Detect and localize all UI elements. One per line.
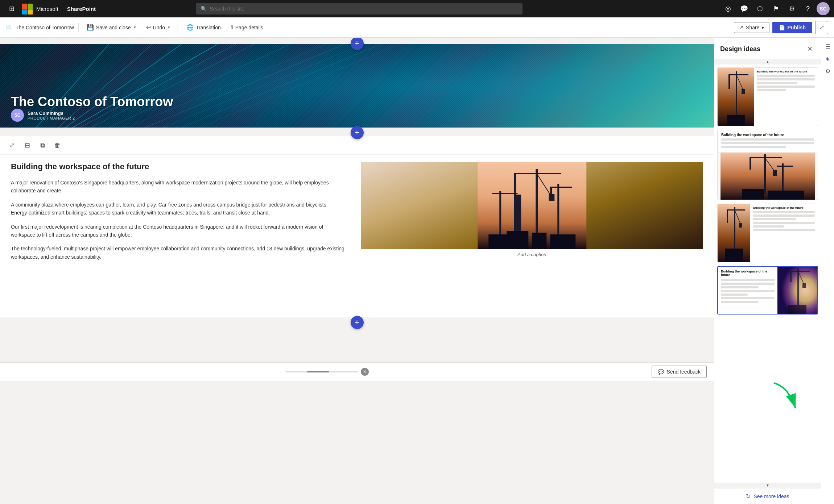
scroll-bar <box>285 371 358 372</box>
scroll-indicator: ✕ <box>285 368 369 376</box>
close-icon: ✕ <box>807 45 813 53</box>
panel-footer: ↻ See more ideas <box>714 488 821 504</box>
feedback-button-icon: 💬 <box>658 369 664 375</box>
idea-1-image: Building the workspace of the future <box>718 68 818 126</box>
idea-1-line2 <box>757 78 815 80</box>
idea-3-line3 <box>753 218 796 220</box>
svg-rect-54 <box>790 271 810 272</box>
scroll-close-button[interactable]: ✕ <box>361 368 369 376</box>
idea-3-line2 <box>753 214 815 217</box>
svg-rect-34 <box>727 115 745 126</box>
share-icon: ↗ <box>739 25 744 30</box>
panel-scroll-up[interactable]: ▲ <box>714 59 821 64</box>
collapse-button[interactable]: ⤢ <box>815 21 828 34</box>
design-idea-2[interactable]: Building the workspace of the future <box>717 130 818 200</box>
flag-button[interactable]: ⚑ <box>769 1 783 16</box>
share-label: Share <box>746 25 759 30</box>
svg-rect-29 <box>736 71 737 115</box>
panel-title: Design ideas <box>720 45 760 53</box>
add-section-middle-button[interactable]: + <box>351 126 364 139</box>
collapse-icon: ⤢ <box>819 24 824 31</box>
undo-button[interactable]: ↩ Undo ▾ <box>143 22 174 33</box>
svg-rect-42 <box>777 166 793 167</box>
section-duplicate-button[interactable]: ⧉ <box>36 139 49 151</box>
send-feedback-label: Send feedback <box>667 369 701 375</box>
publish-button[interactable]: 📄 Publish <box>772 22 812 33</box>
content-section: ⤢ ⊟ ⧉ 🗑 Building the workspace of the fu… <box>0 136 714 317</box>
svg-rect-20 <box>550 187 572 188</box>
svg-rect-44 <box>768 191 804 200</box>
idea-2-heading: Building the workspace of the future <box>721 133 814 137</box>
design-idea-3[interactable]: Building the workspace of the future <box>717 204 818 262</box>
help-community-button[interactable]: ◎ <box>721 1 735 16</box>
panel-close-button[interactable]: ✕ <box>804 43 815 54</box>
share-button[interactable]: ↗ Share ▾ <box>734 22 769 33</box>
idea-1-line1 <box>757 75 815 77</box>
design-idea-1[interactable]: Building the workspace of the future <box>717 67 818 126</box>
feedback-button[interactable]: 💬 <box>737 1 751 16</box>
content-heading: Building the workspace of the future <box>11 162 346 171</box>
sidebar-design-button[interactable]: ◈ <box>822 53 834 64</box>
svg-rect-15 <box>514 173 516 195</box>
undo-icon: ↩ <box>146 24 151 31</box>
design-idea-4[interactable]: Building the workspace of the future <box>717 266 818 315</box>
idea-4-text: Building the workspace of the future <box>718 267 777 314</box>
add-section-bottom-area: + <box>0 317 714 326</box>
question-button[interactable]: ? <box>801 1 815 16</box>
add-section-bottom-button[interactable]: + <box>351 316 364 329</box>
content-para-3: Our first major redevelopment is nearing… <box>11 223 346 239</box>
image-caption[interactable]: Add a caption <box>361 252 703 257</box>
svg-rect-23 <box>492 193 517 194</box>
svg-rect-57 <box>802 283 806 288</box>
network-icon: ⬡ <box>757 5 763 13</box>
see-more-button[interactable]: ↻ See more ideas <box>746 493 789 500</box>
idea-4-line2 <box>721 283 775 285</box>
design-ideas-list[interactable]: Building the workspace of the future Bui… <box>714 64 821 483</box>
panel-scroll-down[interactable]: ▼ <box>714 483 821 488</box>
app-grid-button[interactable]: ⊞ <box>4 1 19 16</box>
save-icon: 💾 <box>87 24 94 31</box>
settings-button[interactable]: ⚙ <box>785 1 799 16</box>
idea-3-line4 <box>753 222 815 224</box>
duplicate-icon: ⧉ <box>40 142 45 149</box>
add-section-middle-area: + <box>0 128 714 136</box>
svg-rect-31 <box>728 74 730 89</box>
move-icon: ⤢ <box>9 141 15 149</box>
network-button[interactable]: ⬡ <box>753 1 767 16</box>
idea-4-line6 <box>721 297 775 299</box>
section-delete-button[interactable]: 🗑 <box>51 139 64 151</box>
sidebar-menu-button[interactable]: ☰ <box>822 41 834 52</box>
save-close-button[interactable]: 💾 Save and close ▾ <box>83 22 140 33</box>
crane-image-svg <box>361 162 703 249</box>
section-adjust-button[interactable]: ⊟ <box>21 139 33 151</box>
idea-3-line6 <box>753 229 815 231</box>
content-image-column: Add a caption <box>357 162 703 267</box>
idea-2-image <box>718 153 818 200</box>
content-grid: Building the workspace of the future A m… <box>0 155 714 274</box>
save-close-label: Save and close <box>96 25 131 30</box>
svg-rect-26 <box>550 234 575 249</box>
toolbar-right-actions: ↗ Share ▾ 📄 Publish ⤢ <box>734 21 828 34</box>
translation-icon: 🌐 <box>186 24 194 31</box>
user-avatar[interactable]: SC <box>817 2 830 15</box>
idea-2-line1 <box>721 138 814 141</box>
svg-line-10 <box>181 44 381 128</box>
page-editor[interactable]: + The Contoso of Tomorrow <box>0 38 714 504</box>
search-icon: 🔍 <box>201 6 207 12</box>
search-input[interactable] <box>210 6 518 12</box>
toolbar-divider-1 <box>78 23 79 32</box>
send-feedback-button[interactable]: 💬 Send feedback <box>652 366 707 378</box>
hero-section: The Contoso of Tomorrow SC Sara Cummings… <box>0 44 714 128</box>
sidebar-settings-button[interactable]: ⚙ <box>822 65 834 77</box>
idea-1-thumb <box>718 68 754 126</box>
publish-label: Publish <box>787 25 806 30</box>
main-area: + The Contoso of Tomorrow <box>0 38 834 504</box>
microsoft-wordmark: Microsoft <box>36 6 58 12</box>
translation-button[interactable]: 🌐 Translation <box>183 22 224 33</box>
right-sidebar: ☰ ◈ ⚙ <box>821 38 834 504</box>
ms-logo-blue <box>22 9 27 14</box>
section-move-button[interactable]: ⤢ <box>6 139 18 151</box>
svg-rect-16 <box>514 195 521 231</box>
page-details-button[interactable]: ℹ Page details <box>227 22 267 33</box>
top-navigation: ⊞ Microsoft SharePoint 🔍 ◎ 💬 ⬡ ⚑ ⚙ ? <box>0 0 834 17</box>
